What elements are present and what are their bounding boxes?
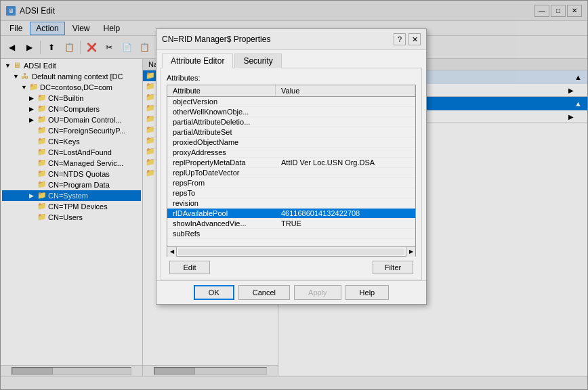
- attr-table-body[interactable]: objectVersion otherWellKnownObje... part…: [167, 97, 415, 246]
- attr-cell-name-5: proxyAddresses: [167, 148, 276, 157]
- tab-attribute-editor[interactable]: Attribute Editor: [162, 53, 233, 68]
- attr-cell-value-9: [276, 188, 415, 198]
- attr-cell-value-2: [276, 117, 415, 127]
- attr-cell-name-11: rIDAvailablePool: [167, 209, 276, 218]
- attr-cell-name-2: partialAttributeDeletio...: [167, 117, 276, 127]
- attr-row-1[interactable]: otherWellKnownObje...: [167, 107, 415, 117]
- attr-row-0[interactable]: objectVersion: [167, 97, 415, 107]
- attr-cell-name-1: otherWellKnownObje...: [167, 107, 276, 116]
- attr-cell-name-7: replUpToDateVector: [167, 168, 276, 177]
- attr-cell-value-8: [276, 178, 415, 188]
- attr-cell-name-8: repsFrom: [167, 178, 276, 188]
- attr-row-13[interactable]: subRefs: [167, 229, 415, 239]
- attr-cell-value-4: [276, 137, 415, 147]
- tab-security[interactable]: Security: [234, 53, 281, 68]
- attr-cell-value-6: AttID Ver Loc.USN Org.DSA: [276, 158, 415, 167]
- attr-cell-value-13: [276, 229, 415, 238]
- dialog-controls: ? ✕: [394, 33, 421, 45]
- attr-row-6[interactable]: replPropertyMetaData AttID Ver Loc.USN O…: [167, 158, 415, 168]
- attr-row-3[interactable]: partialAttributeSet: [167, 127, 415, 137]
- attr-table-header: Attribute Value: [167, 85, 415, 97]
- attr-cell-name-6: replPropertyMetaData: [167, 158, 276, 167]
- attr-row-4[interactable]: proxiedObjectName: [167, 137, 415, 148]
- attributes-table[interactable]: Attribute Value objectVersion otherWellK…: [167, 85, 416, 247]
- attr-row-5[interactable]: proxyAddresses: [167, 148, 415, 158]
- properties-dialog: CN=RID Manager$ Properties ? ✕ Attribute…: [156, 28, 427, 305]
- attr-cell-name-9: repsTo: [167, 188, 276, 198]
- apply-button[interactable]: Apply: [294, 285, 341, 300]
- ok-button[interactable]: OK: [194, 285, 234, 300]
- dialog-content-area: Attributes: Attribute Value objectVersio…: [161, 68, 422, 280]
- attr-cell-value-10: [276, 198, 415, 208]
- dialog-hscrollbar[interactable]: ◀ ▶: [167, 247, 416, 257]
- attr-cell-value-11: 4611686014132422708: [276, 209, 415, 218]
- attr-cell-name-3: partialAttributeSet: [167, 127, 276, 137]
- dialog-help-button[interactable]: Help: [345, 285, 390, 300]
- attr-row-2[interactable]: partialAttributeDeletio...: [167, 117, 415, 127]
- attr-cell-name-12: showInAdvancedVie...: [167, 219, 276, 228]
- dialog-footer: OK Cancel Apply Help: [156, 280, 426, 304]
- attr-cell-name-10: revision: [167, 198, 276, 208]
- attr-cell-value-3: [276, 127, 415, 137]
- dialog-title-bar: CN=RID Manager$ Properties ? ✕: [156, 29, 426, 50]
- attr-cell-name-4: proxiedObjectName: [167, 137, 276, 147]
- dialog-title: CN=RID Manager$ Properties: [162, 35, 270, 44]
- attr-row-7[interactable]: replUpToDateVector: [167, 168, 415, 178]
- attr-col-value: Value: [276, 85, 415, 96]
- edit-filter-row: Edit Filter: [167, 261, 416, 274]
- attr-col-attribute: Attribute: [167, 85, 276, 96]
- attr-row-12[interactable]: showInAdvancedVie... TRUE: [167, 219, 415, 229]
- attr-row-11[interactable]: rIDAvailablePool 4611686014132422708: [167, 209, 415, 219]
- attr-cell-value-0: [276, 97, 415, 106]
- modal-overlay: CN=RID Manager$ Properties ? ✕ Attribute…: [0, 0, 588, 390]
- attr-cell-name-0: objectVersion: [167, 97, 276, 106]
- dialog-help-icon[interactable]: ?: [394, 33, 406, 45]
- cancel-button[interactable]: Cancel: [238, 285, 290, 300]
- edit-button[interactable]: Edit: [169, 261, 210, 274]
- attr-row-9[interactable]: repsTo: [167, 188, 415, 198]
- attributes-label: Attributes:: [167, 74, 416, 82]
- hscroll-left-btn[interactable]: ◀: [167, 247, 177, 257]
- attr-row-8[interactable]: repsFrom: [167, 178, 415, 188]
- attr-cell-name-13: subRefs: [167, 229, 276, 238]
- hscroll-right-btn[interactable]: ▶: [406, 247, 415, 257]
- filter-button[interactable]: Filter: [373, 261, 413, 274]
- attr-cell-value-5: [276, 148, 415, 157]
- attr-row-10[interactable]: revision: [167, 198, 415, 209]
- hscroll-track[interactable]: [178, 248, 404, 255]
- attr-cell-value-1: [276, 107, 415, 116]
- dialog-close-button[interactable]: ✕: [408, 33, 421, 45]
- attr-cell-value-12: TRUE: [276, 219, 415, 228]
- attr-cell-value-7: [276, 168, 415, 177]
- dialog-tabs: Attribute Editor Security: [156, 50, 426, 68]
